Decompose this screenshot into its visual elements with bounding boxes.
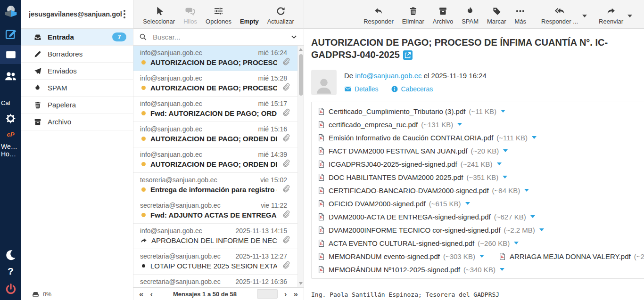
delete-button[interactable]: Eliminar [398, 6, 429, 25]
attachment-item[interactable]: Emisión Informativo de Caución CONTRALOR… [317, 134, 537, 142]
folder-item-archivo[interactable]: Archivo [21, 114, 133, 130]
prev-page-button[interactable]: ‹ [150, 290, 153, 298]
archive-button[interactable]: Archivo [429, 6, 457, 25]
compose-button[interactable] [0, 25, 21, 42]
first-page-button[interactable]: « [139, 290, 143, 298]
message-row[interactable]: info@sanjuan.gob.ec mié 16:24 AUTORIZACI… [133, 46, 297, 71]
attachment-dropdown-caret[interactable] [539, 228, 544, 231]
attachment-size: (~340 KB) [463, 266, 495, 274]
rail-item-mail[interactable] [0, 45, 21, 64]
message-sender: info@sanjuan.gob.ec [140, 227, 202, 235]
attachment-dropdown-caret[interactable] [503, 176, 507, 178]
attachment-dropdown-caret[interactable] [479, 255, 484, 258]
options-button[interactable]: Opciones [201, 6, 236, 25]
message-date: mié 15:16 [258, 125, 287, 133]
forward-icon [606, 6, 616, 16]
attachment-item[interactable]: ICGADPRSJ040-2025-signed-signed.pdf (~24… [317, 160, 502, 168]
reply-all-dropdown-caret[interactable] [582, 15, 587, 17]
search-bar [133, 29, 304, 46]
folder-item-borradores[interactable]: Borradores [21, 46, 133, 63]
attachment-item[interactable]: FACT DVAM2000 FESTIVAL SAN JUAN.pdf (~20… [317, 147, 508, 155]
app-logo[interactable] [0, 3, 21, 21]
message-row[interactable]: secretaria@sanjuan.gob.ec vie 11:22 Fwd:… [133, 198, 297, 224]
next-page-button[interactable]: › [284, 290, 287, 298]
spam-button[interactable]: SPAM [457, 6, 483, 25]
rail-item-webhost[interactable]: We… Ho… [0, 142, 21, 158]
refresh-button[interactable]: Actualizar [263, 6, 298, 25]
ellipsis-icon [515, 6, 525, 16]
attachment-item[interactable]: certificado_empresa_ruc.pdf (~131 KB) [317, 121, 462, 129]
message-row[interactable]: info@sanjuan.gob.ec mié 14:39 AUTORIZACI… [133, 147, 297, 173]
details-link[interactable]: Detalles [344, 85, 379, 93]
attachment-dropdown-caret[interactable] [524, 189, 529, 192]
attachment-item[interactable]: OFICIO DVAM2000-signed.pdf (~615 KB) [317, 200, 470, 208]
reply-all-button[interactable]: Responder ... [537, 6, 582, 25]
moon-icon [4, 249, 17, 261]
empty-folder-button[interactable]: Empty [236, 6, 263, 25]
threads-button[interactable]: Hilos [179, 6, 201, 25]
more-button[interactable]: Más [510, 6, 530, 25]
attachment-dropdown-caret[interactable] [503, 149, 508, 152]
reply-button[interactable]: Responder [359, 6, 398, 25]
folder-item-spam[interactable]: SPAM [21, 80, 133, 97]
attachment-item[interactable]: MEMORANDUM evento-signed.pdf (~303 KB) [317, 252, 484, 260]
attachment-dropdown-caret[interactable] [501, 110, 505, 113]
attachment-dropdown-caret[interactable] [532, 136, 537, 139]
open-in-new-window-icon[interactable] [403, 50, 413, 63]
attachment-size: (~2.2 MB) [504, 226, 535, 234]
mark-button[interactable]: Marcar [483, 6, 510, 25]
forward-button[interactable]: Reenviar [594, 6, 627, 25]
attachment-dropdown-caret[interactable] [500, 268, 504, 271]
sender-email-link[interactable]: info@sanjuan.gob.ec [355, 72, 421, 80]
message-row[interactable]: info@sanjuan.gob.ec mié 15:16 AUTORIZACI… [133, 122, 297, 147]
dark-mode-toggle[interactable] [0, 247, 21, 262]
attachment-item[interactable]: Certificado_Cumplimiento_Tributario (3).… [317, 107, 505, 115]
folder-item-papelera[interactable]: Papelera [21, 97, 133, 114]
mail-icon [5, 49, 17, 60]
attachment-item[interactable]: DOC HABILITANTES DVAM2000 2025.pdf (~351… [317, 173, 507, 181]
scroll-down-arrow[interactable] [299, 282, 303, 285]
attachment-dropdown-caret[interactable] [457, 123, 462, 126]
attachment-dropdown-caret[interactable] [530, 215, 535, 218]
logout-button[interactable] [0, 281, 21, 297]
folder-item-entrada[interactable]: Entrada 7 [21, 29, 133, 46]
help-button[interactable]: ? [0, 265, 21, 277]
select-button[interactable]: Seleccionar [139, 6, 179, 25]
message-row[interactable]: info@sanjuan.gob.ec 2025-11-13 14:15 APR… [133, 224, 297, 249]
scrollbar-thumb[interactable] [299, 54, 303, 96]
folder-item-enviados[interactable]: Enviados [21, 63, 133, 80]
attachment-item[interactable]: MEMORÁNDUM Nº1012-2025-signed.pdf (~340 … [317, 266, 504, 274]
message-list-scrollbar[interactable] [297, 46, 304, 287]
headers-link[interactable]: Cabeceras [391, 85, 433, 93]
message-row[interactable]: secretaria@sanjuan.gob.ec 2025-11-13 12:… [133, 249, 297, 275]
attachment-item[interactable]: ACTA EVENTO CULTURAL-signed-signed.pdf (… [317, 239, 519, 247]
rail-item-cpanel[interactable]: cP [0, 130, 21, 138]
message-date: mié 15:17 [258, 100, 287, 107]
message-subject: APROBACION DEL INFORME DE NECESIDA… [151, 236, 277, 244]
message-row[interactable]: info@sanjuan.gob.ec mié 15:17 Fwd: AUTOR… [133, 97, 297, 122]
message-row[interactable]: secretaria@sanjuan.gob.ec 2025-11-12 16:… [133, 275, 297, 287]
attachment-item[interactable]: ARRIAGA MEJIA DONNA VALERY.pdf (~22 KB) [498, 252, 644, 260]
message-row[interactable]: tesoreria@sanjuan.gob.ec vie 15:02 Entre… [133, 173, 297, 198]
rail-item-calendar[interactable]: Cal [0, 99, 21, 106]
attachment-dropdown-caret[interactable] [514, 242, 519, 244]
person-icon [314, 75, 334, 95]
rail-item-contacts[interactable] [0, 67, 21, 84]
scroll-up-arrow[interactable] [299, 48, 303, 51]
envelope-icon [344, 85, 352, 93]
attachment-dropdown-caret[interactable] [465, 202, 470, 205]
account-menu-button[interactable] [122, 8, 127, 20]
attachment-item[interactable]: DVAM2000INFORME TECNICO cor-signed-signe… [317, 226, 544, 234]
rail-item-settings[interactable] [0, 111, 21, 125]
attachment-item[interactable]: CERTIFICADO-BANCARIO-DVAM2000-signed.pdf… [317, 186, 529, 195]
forward-dropdown-caret[interactable] [627, 15, 632, 17]
page-number-input[interactable] [257, 289, 278, 299]
message-row[interactable]: info@sanjuan.gob.ec mié 15:28 AUTORIZACI… [133, 71, 297, 97]
search-options-chevron-icon[interactable] [290, 33, 298, 41]
last-page-button[interactable]: » [294, 290, 298, 298]
attachment-item[interactable]: DVAM2000-ACTA DE ENTREGA-signed-signed.p… [317, 213, 535, 221]
attachment-name: DVAM2000-ACTA DE ENTREGA-signed-signed.p… [329, 213, 491, 221]
pdf-file-icon [317, 147, 325, 155]
attachment-dropdown-caret[interactable] [497, 162, 502, 165]
search-input[interactable] [152, 32, 285, 41]
